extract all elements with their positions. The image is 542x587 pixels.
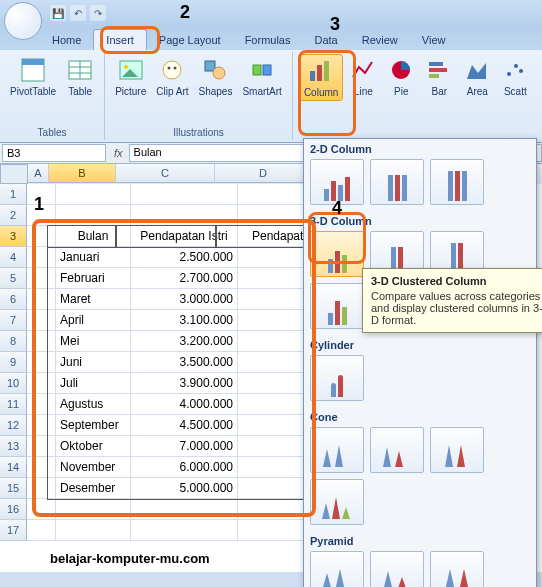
chart-3d-column[interactable] [310, 283, 364, 329]
picture-button[interactable]: Picture [111, 54, 150, 99]
cell-c10[interactable]: 3.900.000 [131, 373, 238, 394]
cell-b7[interactable]: April [56, 310, 131, 331]
cell-a3[interactable] [27, 226, 56, 247]
chart-2d-100stacked[interactable] [430, 159, 484, 205]
cell-b13[interactable]: Oktober [56, 436, 131, 457]
cell-a6[interactable] [27, 289, 56, 310]
chart-pyr-2[interactable] [370, 551, 424, 587]
chart-cone-2[interactable] [370, 427, 424, 473]
row-header-2[interactable]: 2 [0, 205, 27, 226]
cell-c16[interactable] [131, 499, 238, 520]
cell-a16[interactable] [27, 499, 56, 520]
cell-a7[interactable] [27, 310, 56, 331]
cell-a13[interactable] [27, 436, 56, 457]
cell-b5[interactable]: Februari [56, 268, 131, 289]
cell-c3[interactable]: Pendapatan Istri [131, 226, 238, 247]
col-header-a[interactable]: A [28, 164, 49, 183]
cell-b14[interactable]: November [56, 457, 131, 478]
row-header-7[interactable]: 7 [0, 310, 27, 331]
cell-c2[interactable] [131, 205, 238, 226]
cell-a9[interactable] [27, 352, 56, 373]
scatter-chart-button[interactable]: Scatt [497, 54, 533, 99]
fx-icon[interactable]: fx [108, 147, 129, 159]
row-header-15[interactable]: 15 [0, 478, 27, 499]
clipart-button[interactable]: Clip Art [152, 54, 192, 99]
tab-data[interactable]: Data [302, 30, 349, 50]
cell-a15[interactable] [27, 478, 56, 499]
col-header-c[interactable]: C [116, 164, 215, 183]
cell-c14[interactable]: 6.000.000 [131, 457, 238, 478]
row-header-13[interactable]: 13 [0, 436, 27, 457]
area-chart-button[interactable]: Area [459, 54, 495, 99]
col-header-b[interactable]: B [49, 164, 116, 183]
cell-b3[interactable]: Bulan [56, 226, 131, 247]
col-header-d[interactable]: D [215, 164, 312, 183]
cell-b10[interactable]: Juli [56, 373, 131, 394]
chart-cone-1[interactable] [310, 427, 364, 473]
table-button[interactable]: Table [62, 54, 98, 99]
cell-c4[interactable]: 2.500.000 [131, 247, 238, 268]
tab-formulas[interactable]: Formulas [233, 30, 303, 50]
select-all-corner[interactable] [0, 164, 28, 184]
cell-c13[interactable]: 7.000.000 [131, 436, 238, 457]
tab-review[interactable]: Review [350, 30, 410, 50]
cell-c8[interactable]: 3.200.000 [131, 331, 238, 352]
cell-c7[interactable]: 3.100.000 [131, 310, 238, 331]
cell-b11[interactable]: Agustus [56, 394, 131, 415]
cell-c17[interactable] [131, 520, 238, 541]
cell-a4[interactable] [27, 247, 56, 268]
chart-cone-4[interactable] [310, 479, 364, 525]
cell-a17[interactable] [27, 520, 56, 541]
line-chart-button[interactable]: Line [345, 54, 381, 99]
cell-b12[interactable]: September [56, 415, 131, 436]
row-header-16[interactable]: 16 [0, 499, 27, 520]
row-header-12[interactable]: 12 [0, 415, 27, 436]
shapes-button[interactable]: Shapes [195, 54, 237, 99]
cell-a8[interactable] [27, 331, 56, 352]
chart-pyr-3[interactable] [430, 551, 484, 587]
chart-pyr-1[interactable] [310, 551, 364, 587]
tab-insert[interactable]: Insert [93, 29, 147, 50]
chart-cyl-1[interactable] [310, 355, 364, 401]
row-header-14[interactable]: 14 [0, 457, 27, 478]
pie-chart-button[interactable]: Pie [383, 54, 419, 99]
row-header-5[interactable]: 5 [0, 268, 27, 289]
cell-c5[interactable]: 2.700.000 [131, 268, 238, 289]
cell-a14[interactable] [27, 457, 56, 478]
row-header-3[interactable]: 3 [0, 226, 27, 247]
cell-b16[interactable] [56, 499, 131, 520]
chart-3d-clustered[interactable] [310, 231, 364, 277]
cell-b1[interactable] [56, 184, 131, 205]
redo-icon[interactable]: ↷ [90, 5, 106, 21]
row-header-11[interactable]: 11 [0, 394, 27, 415]
cell-b2[interactable] [56, 205, 131, 226]
bar-chart-button[interactable]: Bar [421, 54, 457, 99]
cell-b15[interactable]: Desember [56, 478, 131, 499]
cell-b4[interactable]: Januari [56, 247, 131, 268]
tab-page-layout[interactable]: Page Layout [147, 30, 233, 50]
name-box[interactable] [2, 144, 106, 162]
cell-a5[interactable] [27, 268, 56, 289]
row-header-4[interactable]: 4 [0, 247, 27, 268]
tab-view[interactable]: View [410, 30, 458, 50]
chart-2d-stacked[interactable] [370, 159, 424, 205]
cell-c1[interactable] [131, 184, 238, 205]
cell-b9[interactable]: Juni [56, 352, 131, 373]
cell-a11[interactable] [27, 394, 56, 415]
cell-c9[interactable]: 3.500.000 [131, 352, 238, 373]
cell-a10[interactable] [27, 373, 56, 394]
cell-a12[interactable] [27, 415, 56, 436]
cell-c6[interactable]: 3.000.000 [131, 289, 238, 310]
row-header-8[interactable]: 8 [0, 331, 27, 352]
row-header-9[interactable]: 9 [0, 352, 27, 373]
undo-icon[interactable]: ↶ [70, 5, 86, 21]
office-button[interactable] [4, 2, 42, 40]
chart-cone-3[interactable] [430, 427, 484, 473]
column-chart-button[interactable]: Column [299, 54, 343, 101]
cell-c12[interactable]: 4.500.000 [131, 415, 238, 436]
row-header-10[interactable]: 10 [0, 373, 27, 394]
row-header-17[interactable]: 17 [0, 520, 27, 541]
row-header-6[interactable]: 6 [0, 289, 27, 310]
cell-b6[interactable]: Maret [56, 289, 131, 310]
pivottable-button[interactable]: PivotTable [6, 54, 60, 99]
